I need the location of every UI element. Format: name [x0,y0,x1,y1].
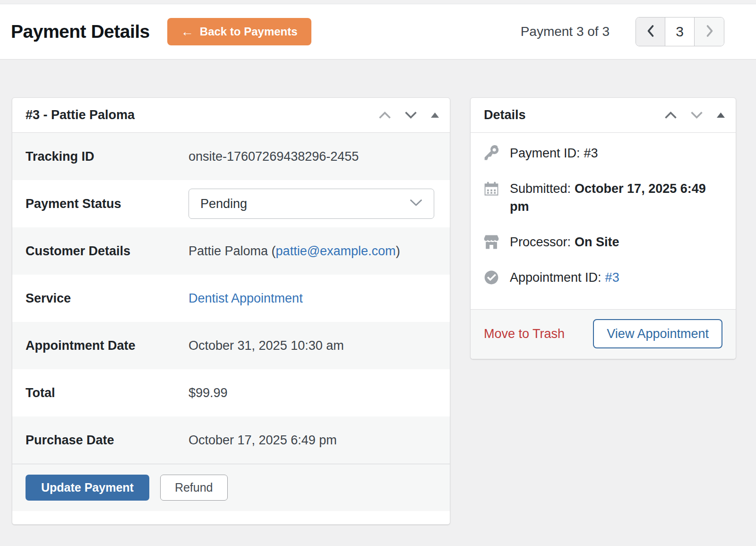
payment-card-controls [378,111,439,119]
customer-name: Pattie Paloma ( [189,244,276,258]
chevron-down-icon [410,199,422,208]
detail-label: Payment ID: [510,146,580,160]
appointment-date-value: October 31, 2025 10:30 am [189,338,344,353]
detail-item-payment-id: Payment ID:#3 [483,144,723,162]
pager-current-page: 3 [665,17,695,46]
payment-card-title: #3 - Pattie Paloma [26,108,378,122]
details-card-footer: Move to Trash View Appointment [471,309,736,359]
refund-button[interactable]: Refund [160,475,228,501]
key-icon [483,145,500,162]
details-list: Payment ID:#3 Submitted:October 17, 2025… [471,133,736,309]
payment-pager: 3 [636,17,724,46]
top-strip [0,0,756,4]
page-header: Payment Details ← Back to Payments Payme… [0,4,756,60]
move-down-icon[interactable] [404,111,417,119]
row-label: Total [26,386,189,400]
customer-details-value: Pattie Paloma (pattie@example.com) [189,244,400,259]
row-purchase-date: Purchase Date October 17, 2025 6:49 pm [12,416,450,464]
details-card: Details Payment ID:#3 [470,97,736,359]
payment-card-bottom-pad [12,511,450,524]
move-up-icon[interactable] [664,111,677,119]
calendar-icon [483,180,500,197]
row-label: Customer Details [26,244,189,259]
detail-item-processor: Processor:On Site [483,233,723,251]
store-icon [483,234,500,251]
row-tracking-id: Tracking ID onsite-17607269438296-2455 [12,133,450,180]
row-label: Service [26,291,189,306]
row-label: Tracking ID [26,149,189,164]
collapse-toggle-icon[interactable] [430,112,439,118]
pager-label: Payment 3 of 3 [521,24,610,39]
chevron-right-icon [705,25,713,39]
move-down-icon[interactable] [690,111,703,119]
payment-card-header: #3 - Pattie Paloma [12,98,450,133]
chevron-left-icon [646,25,654,39]
purchase-date-value: October 17, 2025 6:49 pm [189,433,337,448]
detail-label: Processor: [510,235,571,249]
details-card-controls [664,111,725,119]
processor-value: On Site [575,235,619,249]
customer-email-link[interactable]: pattie@example.com [276,244,396,258]
row-customer-details: Customer Details Pattie Paloma (pattie@e… [12,227,450,275]
row-label: Appointment Date [26,338,189,353]
row-total: Total $99.99 [12,369,450,416]
row-payment-status: Payment Status Pending [12,180,450,227]
collapse-toggle-icon[interactable] [716,112,725,118]
row-service: Service Dentist Appointment [12,275,450,322]
payment-table: Tracking ID onsite-17607269438296-2455 P… [12,133,450,464]
details-card-header: Details [471,98,736,133]
row-label: Payment Status [26,197,189,211]
payment-card: #3 - Pattie Paloma Tracking ID onsite-17… [12,97,450,525]
back-button-label: Back to Payments [200,25,298,38]
pager-prev-button[interactable] [636,17,665,46]
view-appointment-button[interactable]: View Appointment [593,319,722,348]
detail-label: Submitted: [510,182,571,196]
pager-next-button[interactable] [695,17,724,46]
detail-label: Appointment ID: [510,270,601,285]
details-card-title: Details [484,108,664,122]
check-circle-icon [483,269,500,286]
customer-suffix: ) [396,244,400,258]
detail-item-appointment-id: Appointment ID:#3 [483,269,723,286]
tracking-id-value: onsite-17607269438296-2455 [189,149,359,164]
content-area: #3 - Pattie Paloma Tracking ID onsite-17… [0,60,756,525]
payment-id-value: #3 [584,146,598,160]
detail-item-submitted: Submitted:October 17, 2025 6:49 pm [483,180,723,216]
update-payment-button[interactable]: Update Payment [26,475,149,501]
payment-status-selected-value: Pending [200,197,410,211]
page-title: Payment Details [11,21,150,42]
back-arrow-icon: ← [181,26,194,38]
total-value: $99.99 [189,386,228,400]
move-up-icon[interactable] [378,111,391,119]
payment-status-select[interactable]: Pending [189,189,434,219]
service-link[interactable]: Dentist Appointment [189,291,303,305]
row-label: Purchase Date [26,433,189,448]
back-to-payments-button[interactable]: ← Back to Payments [167,18,311,45]
appointment-id-link[interactable]: #3 [605,270,619,285]
payment-card-footer: Update Payment Refund [12,464,450,511]
row-appointment-date: Appointment Date October 31, 2025 10:30 … [12,322,450,369]
move-to-trash-link[interactable]: Move to Trash [484,327,565,341]
